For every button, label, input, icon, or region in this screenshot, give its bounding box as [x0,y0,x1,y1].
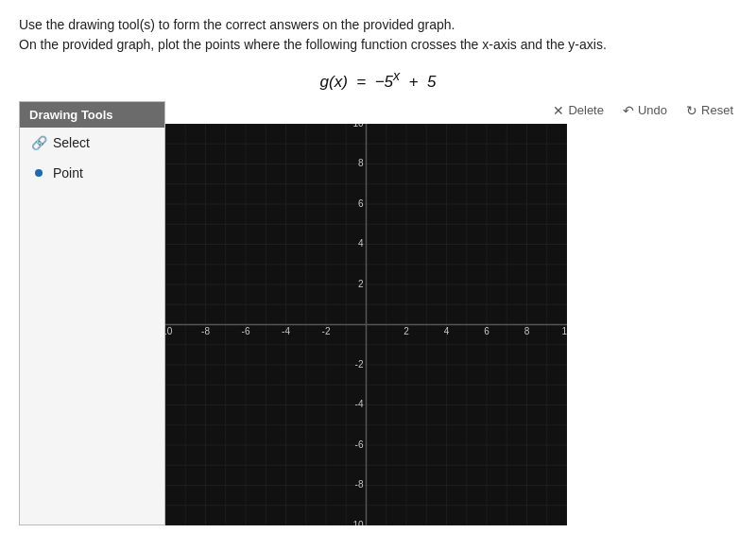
instruction-line1: Use the drawing tool(s) to form the corr… [19,15,737,35]
reset-button[interactable]: ↻ Reset [682,101,737,120]
point-icon [31,165,46,181]
reset-label: Reset [701,103,733,117]
graph-canvas[interactable] [165,124,567,525]
drawing-tools-header: Drawing Tools [20,102,164,128]
cursor-icon: 🔗 [31,135,46,150]
drawing-tools-panel: Drawing Tools 🔗 Select Point [19,101,165,525]
equation-text: g(x) = −5x + 5 [320,73,437,91]
graph-container: ✕ Delete ↶ Undo ↻ Reset [165,101,737,525]
equation-display: g(x) = −5x + 5 [0,62,756,101]
footer: Show Instructions [0,525,756,533]
select-tool-label: Select [53,135,90,150]
delete-label: Delete [568,103,604,117]
reset-icon: ↻ [686,103,697,118]
instructions-block: Use the drawing tool(s) to form the corr… [0,0,756,62]
graph-canvas-wrapper[interactable] [165,124,567,525]
point-tool[interactable]: Point [20,158,164,188]
undo-label: Undo [638,103,667,117]
instruction-line2: On the provided graph, plot the points w… [19,35,737,55]
point-tool-label: Point [53,165,83,181]
delete-icon: ✕ [553,103,564,118]
delete-button[interactable]: ✕ Delete [549,101,608,120]
main-area: Drawing Tools 🔗 Select Point ✕ Delete ↶ … [0,101,756,525]
select-tool[interactable]: 🔗 Select [20,128,164,158]
undo-button[interactable]: ↶ Undo [619,101,671,120]
graph-toolbar: ✕ Delete ↶ Undo ↻ Reset [165,101,737,124]
show-instructions-link[interactable]: Show Instructions [19,525,154,533]
undo-icon: ↶ [623,103,634,118]
